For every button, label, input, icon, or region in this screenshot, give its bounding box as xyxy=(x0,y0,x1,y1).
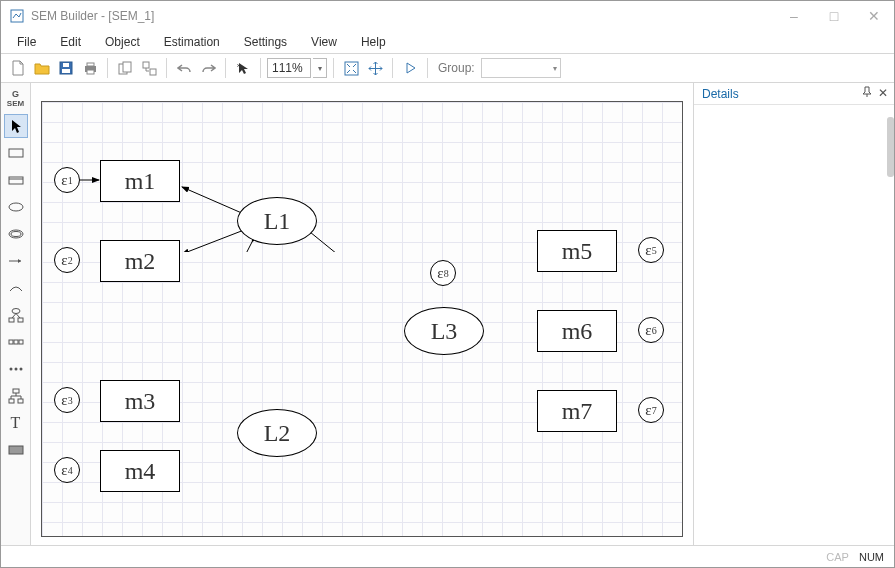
move-icon[interactable] xyxy=(364,57,386,79)
duplicate-icon[interactable] xyxy=(138,57,160,79)
error-e4[interactable]: ε4 xyxy=(54,457,80,483)
measurement-tool[interactable] xyxy=(4,303,28,327)
chain-tool[interactable] xyxy=(4,330,28,354)
details-panel: Details ✕ xyxy=(694,83,894,545)
svg-rect-13 xyxy=(9,149,23,157)
svg-rect-0 xyxy=(11,10,23,22)
left-toolbar: GSEM T xyxy=(1,83,31,545)
status-cap: CAP xyxy=(826,551,849,563)
latent-double-tool[interactable] xyxy=(4,222,28,246)
node-m4[interactable]: m4 xyxy=(100,450,180,492)
path-tool[interactable] xyxy=(4,249,28,273)
menu-view[interactable]: View xyxy=(301,33,347,51)
node-m1[interactable]: m1 xyxy=(100,160,180,202)
status-bar: CAP NUM xyxy=(1,545,894,567)
group-dropdown[interactable]: ▾ xyxy=(481,58,561,78)
svg-point-30 xyxy=(19,368,22,371)
node-L2[interactable]: L2 xyxy=(237,409,317,457)
svg-rect-31 xyxy=(13,389,19,393)
svg-rect-37 xyxy=(18,399,23,403)
pin-icon[interactable] xyxy=(862,86,872,101)
redo-icon[interactable] xyxy=(197,57,219,79)
fit-icon[interactable] xyxy=(340,57,362,79)
canvas-area[interactable]: m1 m2 m3 m4 m5 m6 m7 L1 L2 L3 ε1 ε2 ε3 ε… xyxy=(31,83,694,545)
svg-rect-9 xyxy=(143,62,149,68)
svg-rect-5 xyxy=(87,63,94,66)
svg-rect-10 xyxy=(150,69,156,75)
window-title: SEM Builder - [SEM_1] xyxy=(31,9,154,23)
menu-object[interactable]: Object xyxy=(95,33,150,51)
svg-line-22 xyxy=(16,314,20,319)
text-tool[interactable]: T xyxy=(4,411,28,435)
print-icon[interactable] xyxy=(79,57,101,79)
pointer-tool-icon[interactable]: x xyxy=(232,57,254,79)
menu-bar: File Edit Object Estimation Settings Vie… xyxy=(1,31,894,53)
node-m7[interactable]: m7 xyxy=(537,390,617,432)
svg-rect-24 xyxy=(18,318,23,322)
zoom-dropdown[interactable]: ▾ xyxy=(313,58,327,78)
title-bar: SEM Builder - [SEM_1] – □ ✕ xyxy=(1,1,894,31)
details-title: Details xyxy=(702,87,739,101)
menu-edit[interactable]: Edit xyxy=(50,33,91,51)
svg-point-16 xyxy=(9,203,23,211)
error-e5[interactable]: ε5 xyxy=(638,237,664,263)
menu-settings[interactable]: Settings xyxy=(234,33,297,51)
rect-fill-tool[interactable] xyxy=(4,438,28,462)
menu-help[interactable]: Help xyxy=(351,33,396,51)
svg-rect-3 xyxy=(63,63,69,67)
save-icon[interactable] xyxy=(55,57,77,79)
svg-rect-6 xyxy=(87,70,94,74)
open-icon[interactable] xyxy=(31,57,53,79)
tree-tool[interactable] xyxy=(4,384,28,408)
svg-point-18 xyxy=(11,232,21,237)
svg-point-29 xyxy=(14,368,17,371)
svg-rect-27 xyxy=(19,340,23,344)
node-L3[interactable]: L3 xyxy=(404,307,484,355)
error-e8[interactable]: ε8 xyxy=(430,260,456,286)
latent-ellipse-tool[interactable] xyxy=(4,195,28,219)
status-num: NUM xyxy=(859,551,884,563)
error-e3[interactable]: ε3 xyxy=(54,387,80,413)
svg-point-20 xyxy=(12,309,20,314)
menu-estimation[interactable]: Estimation xyxy=(154,33,230,51)
svg-rect-14 xyxy=(9,177,23,184)
svg-rect-23 xyxy=(9,318,14,322)
dots-tool[interactable] xyxy=(4,357,28,381)
close-button[interactable]: ✕ xyxy=(854,1,894,31)
minimize-button[interactable]: – xyxy=(774,1,814,31)
sem-canvas[interactable]: m1 m2 m3 m4 m5 m6 m7 L1 L2 L3 ε1 ε2 ε3 ε… xyxy=(41,101,683,537)
error-e7[interactable]: ε7 xyxy=(638,397,664,423)
svg-point-28 xyxy=(9,368,12,371)
node-m3[interactable]: m3 xyxy=(100,380,180,422)
error-e6[interactable]: ε6 xyxy=(638,317,664,343)
node-m5[interactable]: m5 xyxy=(537,230,617,272)
svg-rect-25 xyxy=(9,340,13,344)
observed-box-tool[interactable] xyxy=(4,141,28,165)
covariance-tool[interactable] xyxy=(4,276,28,300)
zoom-input[interactable]: 111% xyxy=(267,58,311,78)
node-L1[interactable]: L1 xyxy=(237,197,317,245)
svg-line-21 xyxy=(12,314,16,319)
svg-rect-38 xyxy=(9,446,23,454)
gsem-tool[interactable]: GSEM xyxy=(4,87,28,111)
svg-text:x: x xyxy=(237,62,240,68)
svg-rect-2 xyxy=(62,69,70,73)
svg-rect-12 xyxy=(345,62,358,75)
node-m2[interactable]: m2 xyxy=(100,240,180,282)
app-icon xyxy=(9,8,25,24)
error-e1[interactable]: ε1 xyxy=(54,167,80,193)
svg-rect-8 xyxy=(123,62,131,72)
menu-file[interactable]: File xyxy=(7,33,46,51)
group-label: Group: xyxy=(438,61,475,75)
copy-icon[interactable] xyxy=(114,57,136,79)
run-icon[interactable] xyxy=(399,57,421,79)
observed-box2-tool[interactable] xyxy=(4,168,28,192)
new-icon[interactable] xyxy=(7,57,29,79)
undo-icon[interactable] xyxy=(173,57,195,79)
error-e2[interactable]: ε2 xyxy=(54,247,80,273)
maximize-button[interactable]: □ xyxy=(814,1,854,31)
node-m6[interactable]: m6 xyxy=(537,310,617,352)
select-tool[interactable] xyxy=(4,114,28,138)
scrollbar-thumb[interactable] xyxy=(887,117,894,177)
close-panel-icon[interactable]: ✕ xyxy=(878,86,888,101)
